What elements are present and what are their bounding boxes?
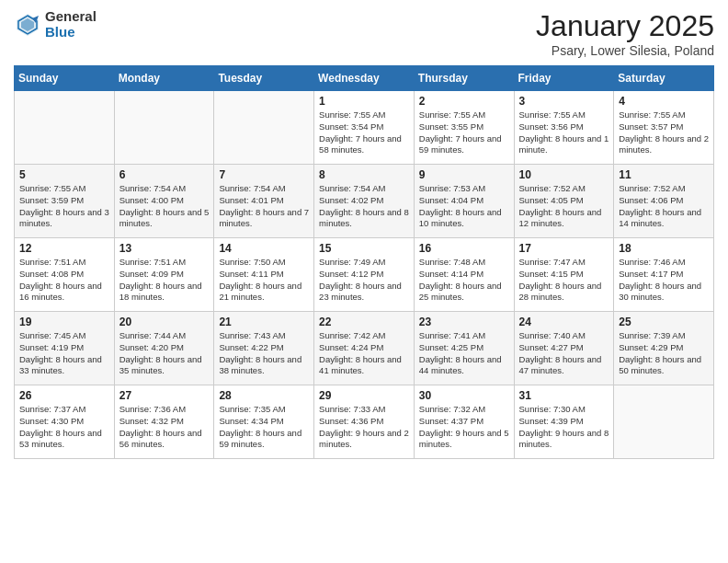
weekday-header-tuesday: Tuesday [214,66,314,91]
day-number: 26 [19,389,109,402]
day-info: Sunrise: 7:51 AM Sunset: 4:09 PM Dayligh… [119,257,210,304]
day-number: 15 [319,242,409,255]
calendar-cell: 7Sunrise: 7:54 AM Sunset: 4:01 PM Daylig… [214,165,314,238]
day-number: 1 [319,95,409,108]
day-info: Sunrise: 7:54 AM Sunset: 4:00 PM Dayligh… [119,183,210,230]
day-number: 29 [319,389,409,402]
calendar-cell: 15Sunrise: 7:49 AM Sunset: 4:12 PM Dayli… [314,238,415,312]
weekday-header-thursday: Thursday [414,66,514,91]
month-title: January 2025 [536,9,714,43]
calendar-cell: 17Sunrise: 7:47 AM Sunset: 4:15 PM Dayli… [514,238,614,312]
day-info: Sunrise: 7:37 AM Sunset: 4:30 PM Dayligh… [19,404,109,451]
day-number: 7 [219,168,309,181]
day-info: Sunrise: 7:54 AM Sunset: 4:02 PM Dayligh… [319,183,409,230]
title-area: January 2025 Psary, Lower Silesia, Polan… [536,9,714,58]
calendar-cell: 5Sunrise: 7:55 AM Sunset: 3:59 PM Daylig… [15,165,115,238]
day-info: Sunrise: 7:32 AM Sunset: 4:37 PM Dayligh… [419,404,509,451]
weekday-header-monday: Monday [114,66,214,91]
day-number: 13 [119,242,210,255]
day-info: Sunrise: 7:52 AM Sunset: 4:06 PM Dayligh… [619,183,709,230]
day-number: 14 [219,242,309,255]
calendar-cell: 21Sunrise: 7:43 AM Sunset: 4:22 PM Dayli… [214,312,314,385]
calendar-cell: 29Sunrise: 7:33 AM Sunset: 4:36 PM Dayli… [314,385,415,459]
day-info: Sunrise: 7:30 AM Sunset: 4:39 PM Dayligh… [519,404,609,451]
day-number: 20 [119,316,210,328]
logo: General Blue [14,9,97,40]
day-info: Sunrise: 7:36 AM Sunset: 4:32 PM Dayligh… [119,404,210,451]
day-info: Sunrise: 7:55 AM Sunset: 3:56 PM Dayligh… [519,109,609,156]
day-info: Sunrise: 7:55 AM Sunset: 3:55 PM Dayligh… [419,109,509,156]
day-info: Sunrise: 7:50 AM Sunset: 4:11 PM Dayligh… [219,257,309,304]
day-number: 11 [619,168,709,181]
day-number: 31 [519,389,609,402]
weekday-header-wednesday: Wednesday [314,66,415,91]
calendar-body: 1Sunrise: 7:55 AM Sunset: 3:54 PM Daylig… [15,91,714,459]
weekday-header-friday: Friday [514,66,614,91]
day-number: 17 [519,242,609,255]
day-info: Sunrise: 7:41 AM Sunset: 4:25 PM Dayligh… [419,330,509,377]
day-info: Sunrise: 7:55 AM Sunset: 3:57 PM Dayligh… [619,109,709,156]
day-info: Sunrise: 7:55 AM Sunset: 3:59 PM Dayligh… [19,183,109,230]
day-number: 5 [19,168,109,181]
day-number: 8 [319,168,409,181]
day-info: Sunrise: 7:46 AM Sunset: 4:17 PM Dayligh… [619,257,709,304]
calendar-cell: 10Sunrise: 7:52 AM Sunset: 4:05 PM Dayli… [514,165,614,238]
calendar-cell: 26Sunrise: 7:37 AM Sunset: 4:30 PM Dayli… [15,385,115,459]
day-info: Sunrise: 7:49 AM Sunset: 4:12 PM Dayligh… [319,257,409,304]
day-number: 30 [419,389,509,402]
day-info: Sunrise: 7:55 AM Sunset: 3:54 PM Dayligh… [319,109,409,156]
day-number: 21 [219,316,309,328]
calendar-cell: 25Sunrise: 7:39 AM Sunset: 4:29 PM Dayli… [614,312,714,385]
logo-icon [14,11,41,39]
calendar-cell: 31Sunrise: 7:30 AM Sunset: 4:39 PM Dayli… [514,385,614,459]
day-number: 10 [519,168,609,181]
calendar-week-row: 19Sunrise: 7:45 AM Sunset: 4:19 PM Dayli… [15,312,714,385]
calendar-cell [15,91,115,165]
day-number: 25 [619,316,709,328]
day-info: Sunrise: 7:45 AM Sunset: 4:19 PM Dayligh… [19,330,109,377]
calendar-cell: 14Sunrise: 7:50 AM Sunset: 4:11 PM Dayli… [214,238,314,312]
calendar-cell: 20Sunrise: 7:44 AM Sunset: 4:20 PM Dayli… [114,312,214,385]
calendar-week-row: 5Sunrise: 7:55 AM Sunset: 3:59 PM Daylig… [15,165,714,238]
location-text: Psary, Lower Silesia, Poland [536,43,714,58]
calendar-cell: 16Sunrise: 7:48 AM Sunset: 4:14 PM Dayli… [414,238,514,312]
calendar-cell: 13Sunrise: 7:51 AM Sunset: 4:09 PM Dayli… [114,238,214,312]
calendar-cell: 6Sunrise: 7:54 AM Sunset: 4:00 PM Daylig… [114,165,214,238]
calendar-cell: 3Sunrise: 7:55 AM Sunset: 3:56 PM Daylig… [514,91,614,165]
day-number: 18 [619,242,709,255]
day-number: 12 [19,242,109,255]
page-header: General Blue January 2025 Psary, Lower S… [14,9,714,58]
calendar-cell: 18Sunrise: 7:46 AM Sunset: 4:17 PM Dayli… [614,238,714,312]
day-number: 27 [119,389,210,402]
calendar-cell: 9Sunrise: 7:53 AM Sunset: 4:04 PM Daylig… [414,165,514,238]
calendar-cell: 11Sunrise: 7:52 AM Sunset: 4:06 PM Dayli… [614,165,714,238]
calendar-cell: 19Sunrise: 7:45 AM Sunset: 4:19 PM Dayli… [15,312,115,385]
day-number: 23 [419,316,509,328]
day-info: Sunrise: 7:35 AM Sunset: 4:34 PM Dayligh… [219,404,309,451]
day-number: 4 [619,95,709,108]
day-number: 24 [519,316,609,328]
calendar-cell: 12Sunrise: 7:51 AM Sunset: 4:08 PM Dayli… [15,238,115,312]
day-number: 22 [319,316,409,328]
day-info: Sunrise: 7:51 AM Sunset: 4:08 PM Dayligh… [19,257,109,304]
calendar-cell: 24Sunrise: 7:40 AM Sunset: 4:27 PM Dayli… [514,312,614,385]
day-number: 2 [419,95,509,108]
calendar-cell: 8Sunrise: 7:54 AM Sunset: 4:02 PM Daylig… [314,165,415,238]
logo-blue-text: Blue [45,25,97,40]
calendar-cell [114,91,214,165]
calendar-cell: 28Sunrise: 7:35 AM Sunset: 4:34 PM Dayli… [214,385,314,459]
day-number: 3 [519,95,609,108]
weekday-header-row: SundayMondayTuesdayWednesdayThursdayFrid… [15,66,714,91]
calendar-week-row: 1Sunrise: 7:55 AM Sunset: 3:54 PM Daylig… [15,91,714,165]
day-info: Sunrise: 7:33 AM Sunset: 4:36 PM Dayligh… [319,404,409,451]
day-info: Sunrise: 7:52 AM Sunset: 4:05 PM Dayligh… [519,183,609,230]
weekday-header-sunday: Sunday [15,66,115,91]
calendar-cell: 27Sunrise: 7:36 AM Sunset: 4:32 PM Dayli… [114,385,214,459]
calendar-week-row: 12Sunrise: 7:51 AM Sunset: 4:08 PM Dayli… [15,238,714,312]
calendar-header: SundayMondayTuesdayWednesdayThursdayFrid… [15,66,714,91]
day-info: Sunrise: 7:44 AM Sunset: 4:20 PM Dayligh… [119,330,210,377]
weekday-header-saturday: Saturday [614,66,714,91]
calendar-week-row: 26Sunrise: 7:37 AM Sunset: 4:30 PM Dayli… [15,385,714,459]
calendar-cell: 30Sunrise: 7:32 AM Sunset: 4:37 PM Dayli… [414,385,514,459]
day-info: Sunrise: 7:47 AM Sunset: 4:15 PM Dayligh… [519,257,609,304]
